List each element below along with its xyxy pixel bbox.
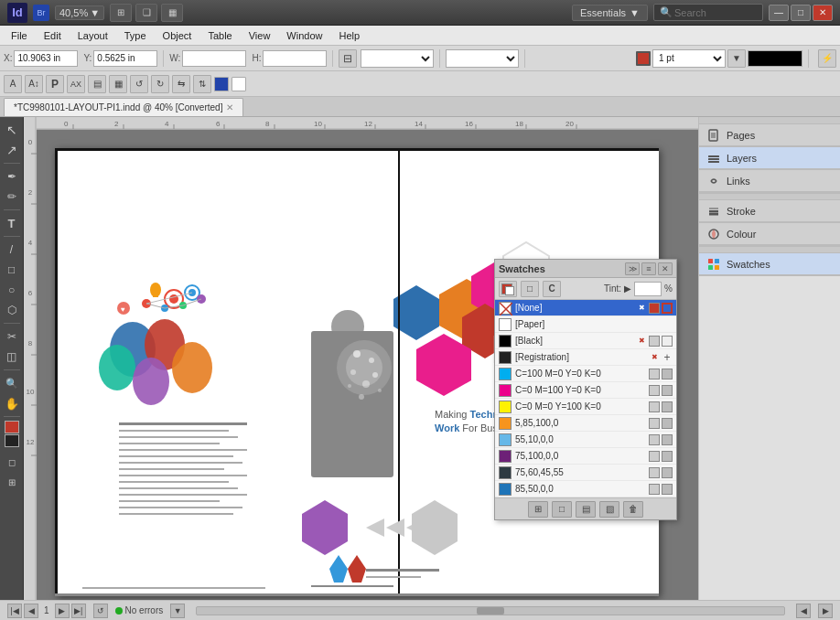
print-mode[interactable]: ⊞ — [3, 473, 21, 491]
tint-value-input[interactable] — [634, 282, 662, 296]
layers-panel-header[interactable]: Layers — [699, 147, 840, 169]
menu-view[interactable]: View — [242, 28, 278, 43]
flip-icon1[interactable]: ⇆ — [172, 75, 190, 93]
line-tool[interactable]: / — [3, 241, 21, 259]
rect-tool[interactable]: □ — [3, 261, 21, 279]
swatch-dark[interactable]: 75,60,45,55 — [495, 465, 676, 481]
ellipse-tool[interactable]: ○ — [3, 281, 21, 299]
swatches-menu-button[interactable]: ≡ — [641, 262, 656, 275]
swatch-icon-plus[interactable]: + — [662, 352, 673, 363]
tint-arrow-right[interactable]: ▶ — [624, 283, 631, 294]
swatch-yellow[interactable]: C=0 M=0 Y=100 K=0 — [495, 399, 676, 415]
horizontal-scrollbar[interactable] — [196, 606, 785, 615]
swatch-navy[interactable]: 85,50,0,0 — [495, 481, 676, 497]
w-input[interactable] — [182, 50, 246, 67]
stroke-more-icon[interactable]: ▼ — [727, 49, 746, 68]
new-swatch-button[interactable]: ⊞ — [528, 501, 548, 518]
zoom-tool[interactable]: 🔍 — [3, 374, 21, 392]
menu-type[interactable]: Type — [117, 28, 154, 43]
lightning-icon[interactable]: ⚡ — [818, 49, 836, 68]
pages-panel-header[interactable]: Pages — [699, 124, 840, 146]
hand-tool[interactable]: ✋ — [3, 394, 21, 412]
scroll-thumb[interactable] — [477, 607, 504, 615]
direct-select-tool[interactable]: ↗ — [3, 141, 21, 159]
pencil-tool[interactable]: ✏ — [3, 187, 21, 206]
stroke-select[interactable]: 1 pt — [652, 49, 726, 68]
menu-edit[interactable]: Edit — [37, 28, 69, 43]
swatch-tint-button[interactable]: ▧ — [599, 501, 619, 518]
frame-icon1[interactable]: ▤ — [88, 75, 106, 93]
frame-icon2[interactable]: ▦ — [109, 75, 127, 93]
minimize-button[interactable]: — — [769, 5, 789, 21]
pen-tool[interactable]: ✒ — [3, 167, 21, 186]
menu-table[interactable]: Table — [200, 28, 239, 43]
char-icon[interactable]: P — [46, 75, 64, 93]
swatch-type-button[interactable]: □ — [552, 501, 572, 518]
scroll-left-button[interactable]: ◀ — [796, 604, 811, 618]
swatch-cyan[interactable]: C=100 M=0 Y=0 K=0 — [495, 366, 676, 382]
x-input[interactable] — [14, 50, 78, 67]
swatches-panel-header[interactable]: Swatches — [699, 253, 840, 275]
h-input[interactable] — [263, 50, 327, 67]
menu-object[interactable]: Object — [156, 28, 199, 43]
swatch-lightblue[interactable]: 55,10,0,0 — [495, 432, 676, 448]
swatch-black[interactable]: [Black] ✖ — [495, 333, 676, 349]
new-swatch-tool[interactable]: □ — [521, 281, 539, 297]
swatches-close-button[interactable]: ✕ — [658, 262, 673, 275]
links-panel-header[interactable]: Links — [699, 170, 840, 192]
char-style-tool[interactable]: C — [543, 281, 561, 297]
menu-help[interactable]: Help — [331, 28, 367, 43]
delete-swatch-button[interactable]: 🗑 — [623, 501, 643, 518]
preflight-button[interactable]: ▼ — [170, 604, 185, 618]
prev-page-button[interactable]: ◀ — [24, 604, 38, 618]
preview-mode[interactable]: ◻ — [3, 453, 21, 471]
colour-panel-header[interactable]: Colour — [699, 223, 840, 245]
bridge-logo[interactable]: Br — [33, 5, 49, 21]
rotate-icon2[interactable]: ↻ — [151, 75, 169, 93]
fill-color-swatch[interactable] — [5, 434, 19, 447]
menu-layout[interactable]: Layout — [70, 28, 115, 43]
swatches-titlebar[interactable]: Swatches ≫ ≡ ✕ — [495, 260, 676, 278]
color-fg[interactable] — [214, 77, 229, 91]
stroke-color-swatch[interactable] — [5, 421, 19, 433]
zoom-control[interactable]: 40,5% ▼ — [55, 5, 104, 20]
swatches-expand-button[interactable]: ≫ — [625, 262, 640, 275]
swatch-gradient-button[interactable]: ▤ — [576, 501, 596, 518]
constrain-icon[interactable]: ⊟ — [339, 49, 357, 68]
swatch-none[interactable]: [None] ✖ — [495, 300, 676, 316]
menu-file[interactable]: File — [4, 28, 35, 43]
glyphs-icon[interactable]: AX — [67, 75, 85, 93]
rotate-icon1[interactable]: ↺ — [130, 75, 148, 93]
swatch-magenta[interactable]: C=0 M=100 Y=0 K=0 — [495, 382, 676, 399]
next-page-button[interactable]: ▶ — [55, 604, 70, 618]
tab-close-button[interactable]: ✕ — [226, 102, 233, 112]
scissors-tool[interactable]: ✂ — [3, 327, 21, 346]
essentials-button[interactable]: Essentials ▼ — [572, 5, 648, 21]
first-page-button[interactable]: |◀ — [7, 604, 22, 618]
fill-tool[interactable] — [499, 281, 517, 297]
color-bg[interactable] — [232, 77, 246, 91]
text-icon1[interactable]: A — [4, 75, 22, 93]
search-input[interactable] — [674, 7, 757, 18]
page-rotate-button[interactable]: ↺ — [93, 604, 108, 618]
arrange-icon[interactable]: ❑ — [135, 4, 157, 22]
swatch-purple[interactable]: 75,100,0,0 — [495, 448, 676, 465]
stroke-panel-header[interactable]: Stroke — [699, 200, 840, 222]
type-tool[interactable]: T — [3, 214, 21, 232]
stroke-color-icon[interactable] — [636, 51, 651, 66]
align-select[interactable] — [446, 49, 519, 68]
polygon-tool[interactable]: ⬡ — [3, 301, 21, 319]
text-icon2[interactable]: A↕ — [25, 75, 43, 93]
gradient-tool[interactable]: ◫ — [3, 347, 21, 366]
layout-icon[interactable]: ⊞ — [110, 4, 132, 22]
select-tool[interactable]: ↖ — [3, 121, 21, 139]
y-input[interactable] — [93, 50, 157, 67]
swatch-registration[interactable]: [Registration] ✖ + — [495, 349, 676, 366]
document-tab[interactable]: *TC9980101-LAYOUT-PI1.indd @ 40% [Conver… — [4, 98, 243, 116]
zoom-chevron[interactable]: ▼ — [90, 7, 100, 18]
flip-icon2[interactable]: ⇅ — [193, 75, 211, 93]
close-button[interactable]: ✕ — [813, 5, 833, 21]
scroll-right-button[interactable]: ▶ — [818, 604, 833, 618]
last-page-button[interactable]: ▶| — [71, 604, 86, 618]
menu-window[interactable]: Window — [279, 28, 329, 43]
